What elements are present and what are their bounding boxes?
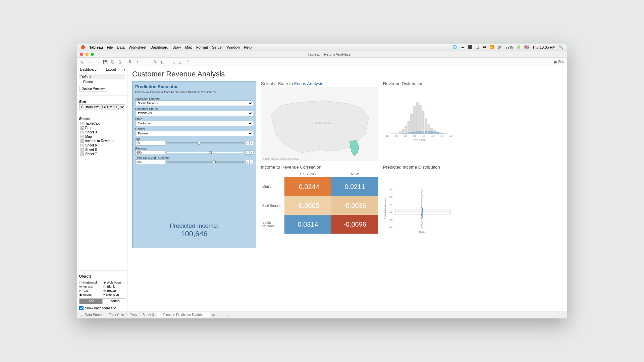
sheet-item[interactable]: ⊞Sheet 7	[79, 152, 125, 156]
correlation-heatmap[interactable]: EXISTINGNEWMobile-0.02440.0211Paid Searc…	[261, 171, 378, 234]
time-up-icon[interactable]: ›	[249, 160, 253, 164]
state-select[interactable]: California	[135, 121, 253, 126]
object-item[interactable]: ▭Button	[103, 289, 125, 292]
tableau-logo-icon[interactable]: ⊞	[80, 59, 86, 65]
sheet-item[interactable]: ⊞Sheet 8	[79, 147, 125, 152]
object-item[interactable]: ▢Blank	[103, 285, 125, 288]
sheet-item[interactable]: ⊞Sheet 6	[79, 143, 125, 147]
status-select[interactable]: EXISTING	[135, 111, 253, 116]
menu-format[interactable]: Format	[196, 45, 208, 49]
fit-icon[interactable]: ⬚	[170, 59, 176, 65]
new-worksheet-icon[interactable]: ⎘	[117, 59, 123, 65]
status-display-icon[interactable]: ▢	[476, 45, 479, 49]
age-input[interactable]	[135, 141, 165, 145]
show-title-checkbox[interactable]: Show dashboard title	[77, 305, 127, 311]
heatmap-cell[interactable]: -0.0244	[284, 177, 331, 196]
menu-worksheet[interactable]: Worksheet	[129, 45, 146, 49]
swap-icon[interactable]: ⇅	[127, 59, 133, 65]
florida-state[interactable]	[350, 140, 359, 156]
show-title-input[interactable]	[79, 306, 84, 310]
status-volume-icon[interactable]: 🔊	[497, 45, 502, 49]
scatter-chart[interactable]: 80K90K100K110K120K130KPredicted Househol…	[383, 171, 457, 248]
gender-select[interactable]: Female	[135, 131, 253, 136]
sheet-item[interactable]: ⊞TableCalc	[79, 121, 125, 126]
time-slider[interactable]	[167, 161, 244, 163]
revenue-input[interactable]	[135, 150, 165, 155]
object-item[interactable]: ⬚Horizontal	[79, 281, 101, 284]
menu-file[interactable]: File	[107, 45, 113, 49]
status-globe-icon[interactable]: 🌐	[452, 45, 457, 49]
heatmap-cell[interactable]: -0.0005	[284, 196, 331, 215]
heatmap-cell[interactable]: -0.0696	[331, 215, 378, 234]
tiled-toggle[interactable]: Tiled	[79, 298, 102, 304]
device-default[interactable]: Default	[79, 74, 125, 79]
menu-story[interactable]: Story	[172, 45, 181, 49]
age-up-icon[interactable]: ›	[249, 141, 253, 145]
sheet-item[interactable]: ⊞Prep	[79, 126, 125, 130]
size-select[interactable]: Custom size (1400 x 800)	[79, 104, 125, 110]
object-item[interactable]: ▭Vertical	[79, 285, 101, 288]
new-story-tab-icon[interactable]: ▢	[223, 312, 230, 317]
save-icon[interactable]: 💾	[102, 59, 108, 65]
sheet-item[interactable]: ⊞Income to Revenue …	[79, 139, 125, 143]
object-item[interactable]: ⊕Web Page	[103, 281, 125, 284]
object-item[interactable]: AText	[79, 289, 101, 292]
time-input[interactable]	[135, 160, 165, 164]
sort-desc-icon[interactable]: ↓	[142, 59, 148, 65]
heatmap-cell[interactable]: -0.0036	[331, 196, 378, 215]
group-icon[interactable]: ⊡	[160, 59, 166, 65]
tab-dashboard[interactable]: Dashboard	[77, 66, 100, 73]
floating-toggle[interactable]: Floating	[102, 298, 125, 304]
revenue-slider[interactable]	[167, 152, 244, 153]
device-phone[interactable]: Phone	[79, 79, 125, 84]
revenue-up-icon[interactable]: ›	[249, 150, 253, 155]
status-clock[interactable]: Thu 10:05 PM	[532, 45, 555, 49]
app-name[interactable]: Tableau	[89, 45, 103, 49]
histogram-chart[interactable]: 2004006008001000120014001600Revenue (bin…	[383, 87, 457, 155]
sheet-tab[interactable]: TableCalc	[106, 312, 127, 317]
status-battery[interactable]: 77%	[505, 45, 513, 49]
status-spotlight-icon[interactable]: 🔍	[559, 45, 564, 49]
presentation-icon[interactable]: ▢	[177, 59, 183, 65]
show-me-button[interactable]: ▦ Sho	[554, 60, 564, 64]
datasource-tab[interactable]: 📊 Data Source	[77, 312, 106, 317]
forward-icon[interactable]: →	[95, 59, 101, 65]
sheet-tab[interactable]: Prep	[127, 312, 140, 317]
menu-window[interactable]: Window	[227, 45, 240, 49]
status-wifi-icon[interactable]: 📶	[489, 45, 494, 49]
acquisition-select[interactable]: Social Network	[135, 101, 253, 106]
new-worksheet-tab-icon[interactable]: ⊞	[210, 312, 217, 317]
tab-layout[interactable]: Layout	[100, 66, 123, 73]
status-cloud-icon[interactable]: ☁	[461, 45, 464, 49]
object-item[interactable]: ▣Image	[79, 293, 101, 296]
maximize-window-icon[interactable]	[91, 53, 94, 56]
menu-help[interactable]: Help	[244, 45, 252, 49]
heatmap-cell[interactable]: 0.0211	[331, 177, 378, 196]
status-bluetooth-icon[interactable]: ⧓	[482, 45, 486, 49]
share-icon[interactable]: ⇪	[185, 59, 191, 65]
revenue-down-icon[interactable]: ‹	[245, 150, 249, 155]
age-slider[interactable]	[167, 142, 244, 144]
sheet-tab[interactable]: Sheet 3	[140, 312, 157, 317]
sheet-tab-active[interactable]: ⊞ Einstein Prediction Dashbo…	[157, 312, 210, 317]
us-map[interactable]: United States © 2020 Mapbox © OpenStreet…	[261, 87, 378, 161]
sheet-item[interactable]: ⊞Sheet 3	[79, 130, 125, 134]
menu-map[interactable]: Map	[185, 45, 192, 49]
menu-data[interactable]: Data	[117, 45, 125, 49]
heatmap-cell[interactable]: 0.0314	[284, 215, 331, 234]
status-flag-icon[interactable]: 🇺🇸	[524, 45, 529, 49]
new-dashboard-tab-icon[interactable]: ⊞	[217, 312, 223, 317]
close-window-icon[interactable]	[80, 53, 83, 56]
status-app-icon[interactable]: ⬛	[468, 45, 472, 49]
menu-dashboard[interactable]: Dashboard	[150, 45, 168, 49]
menu-server[interactable]: Server	[212, 45, 223, 49]
age-down-icon[interactable]: ‹	[245, 141, 249, 145]
sort-asc-icon[interactable]: ↑	[135, 59, 141, 65]
device-preview-button[interactable]: Device Preview	[79, 86, 107, 92]
minimize-window-icon[interactable]	[85, 53, 89, 56]
sheet-item[interactable]: ⊞Map	[79, 134, 125, 139]
new-datasource-icon[interactable]: ⎘	[109, 59, 115, 65]
tab-more-icon[interactable]: ▸	[122, 66, 127, 73]
apple-menu-icon[interactable]: 🍎	[80, 45, 85, 49]
back-icon[interactable]: ←	[87, 59, 93, 65]
